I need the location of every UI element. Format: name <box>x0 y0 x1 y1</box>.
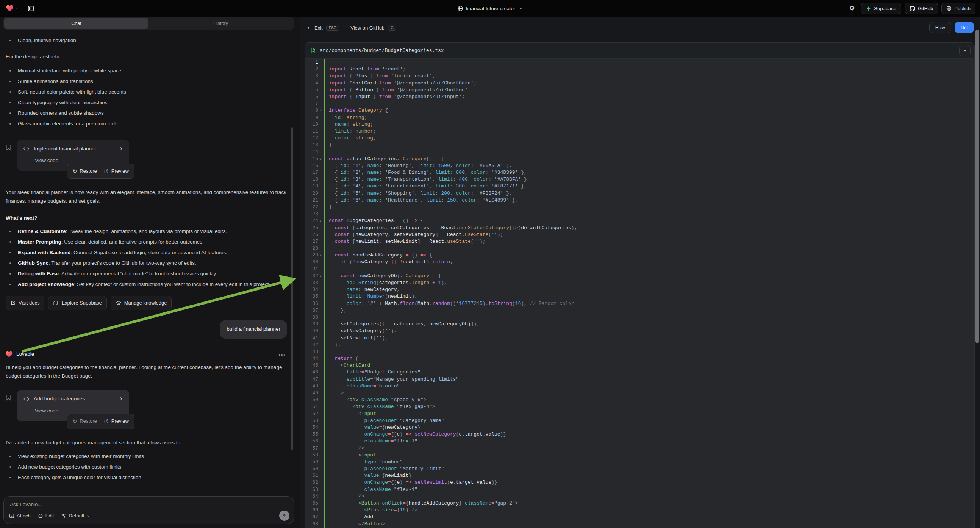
code-icon <box>23 146 30 151</box>
line-number: 68 <box>312 521 318 528</box>
line-number: 66 <box>312 507 318 514</box>
code-line: 10 name: string; <box>305 121 974 128</box>
code-line: 19 { id: '4', name: 'Entertainment', lim… <box>305 183 974 190</box>
restore-preview-pill: ↻ Restore Preview <box>67 164 134 179</box>
restore-preview-pill: ↻ Restore Preview <box>67 413 134 429</box>
code-line: 53 placeholder="Category name" <box>305 417 974 424</box>
line-number: 16 <box>312 162 318 169</box>
manage-knowledge-button[interactable]: Manage knowledge <box>111 296 172 310</box>
line-number: 64 <box>312 493 318 500</box>
lovable-logo-menu[interactable] <box>5 3 20 13</box>
lovable-heart-icon <box>6 5 13 12</box>
code-line: 3import { Plus } from 'lucide-react'; <box>305 73 974 80</box>
topbar: financial-future-creator ⚙ Supabase GitH… <box>0 0 980 17</box>
code-line: 31 <box>305 266 974 273</box>
line-number: 4 <box>315 80 318 87</box>
line-number: 56 <box>312 438 318 445</box>
line-number: 15 <box>312 156 318 162</box>
supabase-bolt-icon <box>866 6 871 11</box>
bullet-item: Clean typography with clear hierarchies <box>6 99 287 107</box>
suggestion-buttons-row: Visit docs Explore Supabase Manage knowl… <box>6 296 287 310</box>
bullet-item: Debug with Ease: Activate our experiment… <box>6 270 287 278</box>
code-line: 44 return ( <box>305 355 974 362</box>
code-line: 20 { id: '5', name: 'Shopping', limit: 2… <box>305 190 974 197</box>
bullet-item: Clean, intuitive navigation <box>6 37 287 45</box>
code-editor-diff-view[interactable]: 12import React from 'react';3import { Pl… <box>305 59 974 528</box>
chat-history-tabs: Chat History <box>3 17 294 30</box>
version-card-add-budget-categories[interactable]: Add budget categories View code ↻ Restor… <box>17 390 129 421</box>
fold-chevron-icon[interactable]: ∨ <box>318 252 323 259</box>
preview-button[interactable]: Preview <box>104 417 129 425</box>
toggle-sidebar-icon[interactable] <box>25 3 36 14</box>
fold-chevron-icon[interactable]: ∨ <box>318 218 323 224</box>
github-button[interactable]: GitHub <box>905 3 938 14</box>
chat-messages[interactable]: Clean, intuitive navigation For the desi… <box>6 34 287 496</box>
code-line: 61 value={newLimit} <box>305 472 974 479</box>
restore-button[interactable]: ↻ Restore <box>72 167 97 175</box>
code-toolbar: Exit ESC View on GitHub G Raw Diff <box>300 17 980 40</box>
line-number: 53 <box>312 417 318 424</box>
bullet-item: GitHub Sync: Transfer your project's cod… <box>6 259 287 268</box>
line-number: 10 <box>312 121 318 128</box>
line-number: 59 <box>312 459 318 466</box>
tab-history[interactable]: History <box>148 18 293 29</box>
bullet-item: Glass-morphic elements for a premium fee… <box>6 120 287 129</box>
g-key-badge: G <box>388 25 396 31</box>
supabase-button[interactable]: Supabase <box>861 3 901 14</box>
version-card-implement-financial-planner[interactable]: Implement financial planner View code ↻ … <box>17 140 129 171</box>
more-options-icon[interactable]: ••• <box>278 350 286 360</box>
window-scrollbar[interactable] <box>975 30 979 343</box>
bookmark-icon[interactable] <box>6 394 11 401</box>
code-line: 49 > <box>305 390 974 396</box>
fold-chevron-icon[interactable]: ∨ <box>318 107 323 114</box>
publish-button[interactable]: Publish <box>941 3 975 14</box>
visit-docs-button[interactable]: Visit docs <box>6 296 45 310</box>
attach-button[interactable]: Attach <box>9 513 31 518</box>
raw-toggle-button[interactable]: Raw <box>929 22 951 33</box>
send-button[interactable] <box>279 511 290 521</box>
code-line: 63 className="flex-1" <box>305 486 974 493</box>
esc-key-badge: ESC <box>326 25 339 31</box>
line-number: 33 <box>312 280 318 286</box>
tab-chat[interactable]: Chat <box>4 18 148 29</box>
external-link-icon <box>11 301 16 305</box>
code-line: 34 name: newCategory, <box>305 286 974 293</box>
code-line: 7 <box>305 100 974 107</box>
code-line: 60 placeholder="Monthly limit" <box>305 466 974 472</box>
code-line: 12 color: string; <box>305 135 974 142</box>
code-line: 54 value={newCategory} <box>305 424 974 431</box>
chat-scrollbar[interactable] <box>291 127 293 450</box>
model-selector[interactable]: Default <box>61 513 90 518</box>
graduation-cap-icon <box>116 301 121 306</box>
design-bullet-list: Minimalist interface with plenty of whit… <box>6 67 287 129</box>
code-line: 41 setNewLimit(''); <box>305 335 974 342</box>
bullet-item: Master Prompting: Use clear, detailed, a… <box>6 238 287 247</box>
preview-button[interactable]: Preview <box>104 167 129 175</box>
collapse-file-button[interactable] <box>959 45 970 56</box>
bullet-item: Refine & Customize: Tweak the design, an… <box>6 227 287 236</box>
bookmark-icon[interactable] <box>6 144 11 151</box>
fold-chevron-icon[interactable]: ∨ <box>318 273 323 280</box>
line-number: 57 <box>312 445 318 452</box>
bullet-item: Rounded corners and subtle shadows <box>6 109 287 118</box>
code-panel: Exit ESC View on GitHub G Raw Diff src/c… <box>300 17 980 528</box>
whats-next-heading: What's next? <box>6 214 287 223</box>
restore-button[interactable]: ↻ Restore <box>72 417 97 425</box>
fold-chevron-icon[interactable]: ∨ <box>318 156 323 162</box>
chat-input-box[interactable]: Ask Lovable... Attach Edit Default <box>3 496 294 524</box>
code-line: 21 { id: '6', name: 'Healthcare', limit:… <box>305 197 974 204</box>
code-line: 46 title="Budget Categories" <box>305 369 974 376</box>
code-line: 59 type="number" <box>305 459 974 466</box>
ready-paragraph: Your sleek financial planner is now read… <box>6 188 287 206</box>
explore-supabase-button[interactable]: Explore Supabase <box>48 296 107 310</box>
edit-button[interactable]: Edit <box>38 513 54 518</box>
diff-toggle-button[interactable]: Diff <box>955 22 974 33</box>
line-number: 43 <box>312 348 318 355</box>
settings-gear-icon[interactable]: ⚙ <box>846 3 858 14</box>
code-line: 39 setCategories([...categories, newCate… <box>305 321 974 328</box>
version-card-title: Implement financial planner <box>34 145 96 153</box>
file-header[interactable]: src/components/budget/BudgetCategories.t… <box>305 43 974 59</box>
exit-button[interactable]: Exit ESC <box>307 25 339 31</box>
project-switcher[interactable]: financial-future-creator <box>457 6 523 11</box>
view-on-github-button[interactable]: View on GitHub G <box>350 25 396 31</box>
